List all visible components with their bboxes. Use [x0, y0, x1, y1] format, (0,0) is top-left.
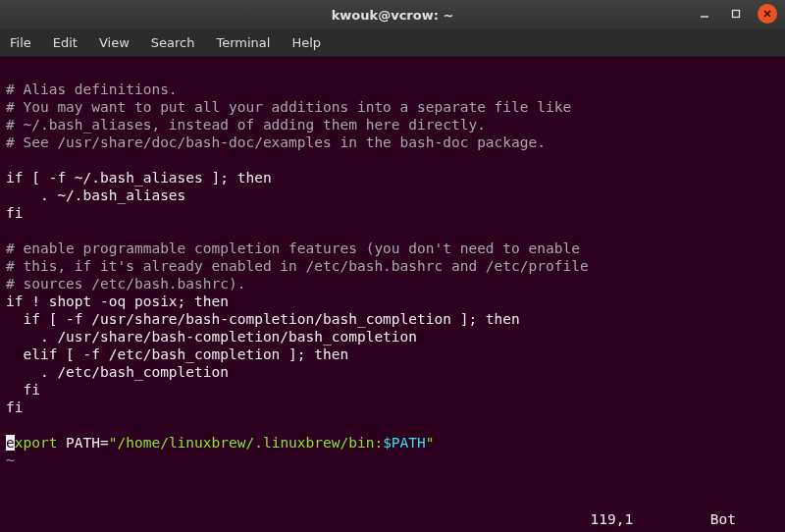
code-line: if ! shopt -oq posix; then	[6, 293, 229, 309]
string-close: "	[426, 435, 435, 451]
vim-tilde-line: ~	[6, 452, 15, 468]
menu-search[interactable]: Search	[151, 35, 195, 50]
window-title: kwouk@vcrow: ~	[332, 8, 454, 23]
code-line: fi	[6, 399, 23, 415]
scroll-indicator: Bot	[710, 511, 736, 527]
menu-file[interactable]: File	[10, 35, 31, 50]
window-controls	[695, 4, 777, 24]
code-line: . /etc/bash_completion	[6, 364, 229, 380]
cursor-position: 119,1	[591, 511, 710, 527]
string-path: "/home/linuxbrew/.linuxbrew/bin:	[109, 435, 383, 451]
close-button[interactable]	[758, 4, 777, 24]
cursor: e	[6, 435, 15, 451]
menu-terminal[interactable]: Terminal	[216, 35, 270, 50]
terminal-area[interactable]: # Alias definitions. # You may want to p…	[0, 57, 785, 532]
code-line: elif [ -f /etc/bash_completion ]; then	[6, 346, 348, 362]
maximize-button[interactable]	[726, 4, 746, 24]
code-line: if [ -f /usr/share/bash-completion/bash_…	[6, 311, 520, 327]
vim-status-line: 119,1 Bot	[591, 510, 736, 528]
menu-view[interactable]: View	[99, 35, 130, 50]
code-line: . /usr/share/bash-completion/bash_comple…	[6, 329, 417, 345]
maximize-icon	[731, 9, 741, 19]
code-line: # this, if it's already enabled in /etc/…	[6, 258, 589, 274]
menu-bar: File Edit View Search Terminal Help	[0, 29, 785, 57]
code-line: if [ -f ~/.bash_aliases ]; then	[6, 170, 272, 186]
code-line: . ~/.bash_aliases	[6, 187, 185, 203]
minimize-button[interactable]	[695, 4, 714, 24]
code-line: fi	[6, 382, 40, 398]
menu-help[interactable]: Help	[291, 35, 321, 50]
export-line: export PATH="/home/linuxbrew/.linuxbrew/…	[6, 435, 435, 451]
close-icon	[762, 9, 772, 19]
code-line: # Alias definitions.	[6, 81, 178, 97]
code-line: # You may want to put all your additions…	[6, 99, 571, 115]
code-line: fi	[6, 205, 23, 221]
code-line: # See /usr/share/doc/bash-doc/examples i…	[6, 134, 546, 150]
menu-edit[interactable]: Edit	[53, 35, 78, 50]
code-line: # sources /etc/bash.bashrc).	[6, 276, 245, 292]
keyword-export: xport	[15, 435, 58, 451]
code-line: # ~/.bash_aliases, instead of adding the…	[6, 117, 486, 133]
code-line: # enable programmable completion feature…	[6, 240, 580, 256]
window-titlebar: kwouk@vcrow: ~	[0, 0, 785, 29]
minimize-icon	[700, 9, 709, 19]
assign: PATH=	[57, 435, 108, 451]
svg-rect-1	[733, 11, 740, 18]
var-path: $PATH	[383, 435, 426, 451]
